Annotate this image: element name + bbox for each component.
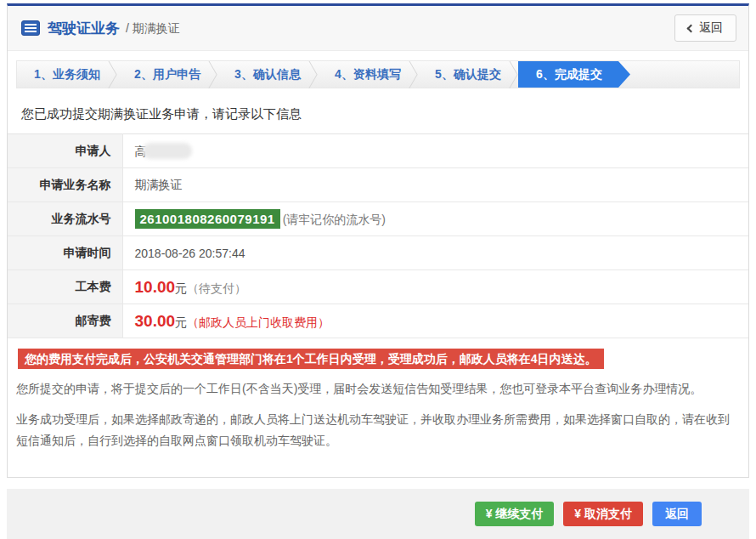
chevron-right-separator	[112, 61, 113, 88]
cancel-payment-button[interactable]: ¥ 取消支付	[563, 502, 643, 526]
production-fee-value: 10.00元（待支付）	[122, 270, 748, 304]
return-button[interactable]: 返回	[652, 502, 702, 526]
notes-section: 您的费用支付完成后，公安机关交通管理部门将在1个工作日内受理，受理成功后，邮政人…	[8, 338, 748, 478]
table-row-business-name: 申请业务名称 期满换证	[8, 168, 748, 202]
mailing-fee-value: 30.00元（邮政人员上门收取费用）	[122, 304, 748, 338]
success-message: 您已成功提交期满换证业务申请，请记录以下信息	[21, 106, 736, 122]
step-tab-1-business-notice[interactable]: 1、业务须知	[17, 61, 117, 88]
main-panel: 驾驶证业务 / 期满换证 返回 1、业务须知 2、用户申告 3、确认信息 4、资…	[7, 3, 749, 478]
breadcrumb-current: / 期满换证	[126, 20, 180, 37]
serial-number-label: 业务流水号	[8, 202, 122, 236]
chevron-right-separator	[313, 61, 313, 88]
step-label: 6、完成提交	[536, 67, 602, 82]
business-name-label: 申请业务名称	[8, 168, 122, 202]
page-header: 驾驶证业务 / 期满换证 返回	[8, 6, 748, 51]
production-fee-unit: 元	[175, 281, 187, 295]
document-list-icon	[21, 20, 40, 36]
step-label: 1、业务须知	[34, 67, 100, 82]
chevron-right-separator	[413, 61, 414, 88]
top-back-button[interactable]: 返回	[674, 14, 736, 42]
redacted-name-blur	[143, 143, 192, 159]
step-label: 4、资料填写	[335, 67, 401, 82]
step-tab-5-confirm-submit[interactable]: 5、确认提交	[418, 61, 518, 88]
step-tab-3-confirm-info[interactable]: 3、确认信息	[217, 61, 318, 88]
application-info-table: 申请人 高 申请业务名称 期满换证 业务流水号 2610018082600791…	[8, 133, 748, 338]
table-row-production-fee: 工本费 10.00元（待支付）	[8, 270, 748, 304]
table-row-apply-time: 申请时间 2018-08-26 20:57:44	[8, 236, 748, 270]
page-title: 驾驶证业务	[48, 19, 120, 38]
step-label: 3、确认信息	[234, 67, 301, 82]
applicant-label: 申请人	[8, 134, 122, 168]
applicant-value: 高	[122, 134, 748, 168]
step-label: 2、用户申告	[134, 67, 200, 82]
step-wizard-bar: 1、业务须知 2、用户申告 3、确认信息 4、资料填写 5、确认提交 6、完成提…	[16, 60, 740, 88]
chevron-right-separator	[513, 61, 514, 88]
production-fee-label: 工本费	[8, 270, 122, 304]
production-fee-amount: 10.00	[135, 278, 176, 296]
step-label: 5、确认提交	[435, 67, 501, 82]
table-row-mailing-fee: 邮寄费 30.00元（邮政人员上门收取费用）	[8, 304, 748, 338]
business-name-value: 期满换证	[122, 168, 748, 202]
mailing-fee-note: （邮政人员上门收取费用）	[187, 315, 330, 329]
serial-number-note: (请牢记你的流水号)	[283, 213, 386, 226]
mailing-fee-label: 邮寄费	[8, 304, 122, 338]
table-row-applicant: 申请人 高	[8, 134, 748, 168]
production-fee-note: （待支付）	[187, 281, 246, 295]
step-tab-2-user-declaration[interactable]: 2、用户申告	[117, 61, 217, 88]
back-chevron-icon	[687, 24, 696, 32]
note-paragraph-1: 您所提交的申请，将于提交后的一个工作日(不含当天)受理，届时会发送短信告知受理结…	[16, 378, 735, 400]
payment-notice-banner: 您的费用支付完成后，公安机关交通管理部门将在1个工作日内受理，受理成功后，邮政人…	[18, 349, 604, 369]
apply-time-label: 申请时间	[8, 236, 122, 270]
mailing-fee-amount: 30.00	[135, 312, 176, 330]
footer-action-bar: ¥ 继续支付 ¥ 取消支付 返回	[7, 489, 749, 539]
chevron-right-separator	[212, 61, 213, 88]
continue-payment-button[interactable]: ¥ 继续支付	[475, 502, 555, 526]
step-tab-6-complete-submit-active[interactable]: 6、完成提交	[518, 61, 630, 88]
mailing-fee-unit: 元	[175, 315, 187, 329]
apply-time-value: 2018-08-26 20:57:44	[122, 236, 748, 270]
note-paragraph-2: 业务成功受理后，如果选择邮政寄递的，邮政人员将上门送达机动车驾驶证，并收取办理业…	[16, 409, 735, 451]
step-tab-4-fill-materials[interactable]: 4、资料填写	[318, 61, 418, 88]
serial-number-badge: 261001808260079191	[135, 209, 280, 229]
table-row-serial-number: 业务流水号 261001808260079191(请牢记你的流水号)	[8, 202, 748, 236]
top-back-button-label: 返回	[699, 20, 723, 36]
serial-number-value: 261001808260079191(请牢记你的流水号)	[122, 202, 748, 236]
